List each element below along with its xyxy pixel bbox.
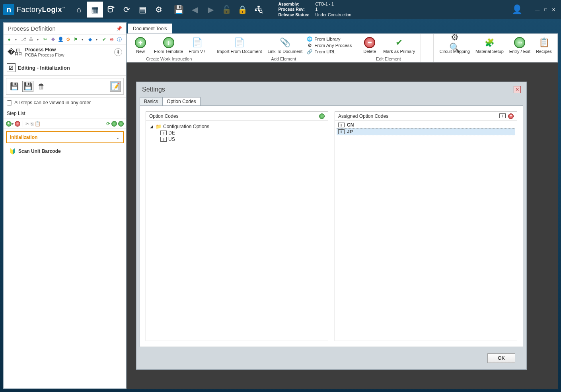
step-item-initialization[interactable]: Initialization ⌄ xyxy=(6,131,124,143)
sync-button[interactable]: ⟳ xyxy=(119,2,135,18)
barcode-item-icon: ||| xyxy=(338,123,345,127)
edit-tools-row: 💾 💾 🗑 📝 xyxy=(6,78,124,95)
window-maximize-button[interactable]: □ xyxy=(544,7,547,12)
copy-icon[interactable]: ❖ xyxy=(50,36,56,43)
settings-gear-button[interactable]: ⚙ xyxy=(151,2,167,18)
download-icon[interactable]: ⬇ xyxy=(114,48,122,56)
paste-step-icon[interactable]: 📋 xyxy=(35,121,41,127)
link-to-doc-button[interactable]: 📎 Link To Document xyxy=(266,36,304,55)
copy-step-icon[interactable]: ⎘ xyxy=(31,121,33,127)
expand-icon[interactable]: ◢ xyxy=(149,124,154,129)
info-icon[interactable]: ⓘ xyxy=(116,36,123,43)
group-caption: Edit Element xyxy=(376,57,401,61)
from-template-button[interactable]: ↓ From Template xyxy=(152,36,185,55)
process-mini-toolbar: ●▾ ⎇ 🖶▾ ✂ ❖ 👤 ⚙ ⚑▾ ◆▾ ✔ ⊖ ⓘ xyxy=(4,35,126,45)
new-button[interactable]: + New xyxy=(131,36,150,55)
panel-title: Process Definition xyxy=(8,25,56,32)
material-setup-button[interactable]: 🧩 Material Setup xyxy=(474,36,505,55)
entry-exit-button[interactable]: → Entry / Exit xyxy=(508,36,532,55)
tab-basics[interactable]: Basics xyxy=(140,97,162,106)
process-flow-row[interactable]: �品 Process Flow PCBA Process Flow ⬇ xyxy=(4,45,126,60)
clipboard-button[interactable]: ▤ xyxy=(135,2,151,18)
view-icon[interactable]: ||| xyxy=(499,113,506,118)
note-tool-icon[interactable]: 📝 xyxy=(110,81,121,92)
step-list-header: Step List xyxy=(4,108,126,119)
any-order-checkbox[interactable] xyxy=(7,100,12,105)
tab-option-codes[interactable]: Option Codes xyxy=(162,97,200,106)
refresh-icon[interactable]: ⟳ xyxy=(106,121,110,127)
from-v7-button[interactable]: 📄 From V7 xyxy=(187,36,207,55)
pin-icon[interactable]: 📌 xyxy=(116,26,122,31)
home-button[interactable]: ⌂ xyxy=(71,2,87,18)
flow-subtitle: PCBA Process Flow xyxy=(25,53,111,57)
search-structure-button[interactable] xyxy=(251,2,267,18)
chevron-down-icon: ⌄ xyxy=(116,135,120,140)
flow-title: Process Flow xyxy=(25,47,111,53)
settings-close-button[interactable]: ✕ xyxy=(514,86,521,93)
window-minimize-button[interactable]: — xyxy=(535,7,540,12)
user-icon[interactable]: 👤 xyxy=(512,4,522,15)
remove-assigned-icon[interactable] xyxy=(508,113,514,119)
assigned-header: Assigned Option Codes xyxy=(338,113,388,119)
from-library-button[interactable]: 🌐From Library xyxy=(306,36,352,42)
up-step-icon[interactable] xyxy=(111,121,117,127)
branch-icon[interactable]: ⎇ xyxy=(20,36,27,43)
flag-icon[interactable]: ⚑ xyxy=(72,36,79,43)
from-any-process-button[interactable]: ⚙From Any Process xyxy=(306,43,352,48)
ok-icon[interactable]: ✔ xyxy=(101,36,107,43)
option-codes-panel: Option Codes → ◢ 📁 Configuration Options xyxy=(146,111,328,341)
assigned-jp[interactable]: ||| JP xyxy=(337,128,515,135)
option-us[interactable]: ||| US xyxy=(149,136,325,142)
step-label: Initialization xyxy=(10,135,37,140)
nav-back-button: ◀ xyxy=(187,2,203,18)
cut-step-icon[interactable]: ✂ xyxy=(25,121,29,127)
unlock-icon: 🔓 xyxy=(219,2,235,18)
editing-bar: ☑ Editing - Initialization xyxy=(4,60,126,76)
logo-icon: n xyxy=(3,4,14,15)
lock-button[interactable]: 🔒 xyxy=(235,2,251,18)
cut-icon[interactable]: ✂ xyxy=(42,36,49,43)
ribbon: + New ↓ From Template 📄 From V7 Create W… xyxy=(127,33,558,62)
barcode-item-icon: ||| xyxy=(338,129,345,134)
process-grid-button[interactable]: ▦ xyxy=(87,2,103,18)
barcode-item-icon: ||| xyxy=(160,137,167,142)
assign-icon[interactable]: → xyxy=(319,113,325,119)
option-codes-header: Option Codes xyxy=(149,113,178,119)
window-close-button[interactable]: ✕ xyxy=(552,7,555,12)
save-button[interactable]: 💾 xyxy=(171,2,187,18)
import-from-doc-button[interactable]: 📄 Import From Document xyxy=(215,36,263,55)
tab-document-tools[interactable]: Document Tools xyxy=(128,23,172,33)
from-url-button[interactable]: 🔗From URL xyxy=(306,49,352,55)
assigned-cn[interactable]: ||| CN xyxy=(337,122,515,128)
down-step-icon[interactable] xyxy=(118,121,124,127)
delete-button[interactable]: − Delete xyxy=(360,36,379,55)
svg-rect-1 xyxy=(257,6,260,8)
step-toolbar: ▾ ✂ ⎘ 📋 ⟳ xyxy=(4,119,126,129)
remove-icon[interactable]: ⊖ xyxy=(109,36,115,43)
group-caption: Create Work Instruction xyxy=(146,57,192,61)
add-icon[interactable]: ● xyxy=(6,36,12,43)
trash-tool-icon[interactable]: 🗑 xyxy=(36,81,47,92)
step-item-scan-barcode[interactable]: 🔰 Scan Unit Barcode xyxy=(6,146,124,157)
print-icon[interactable]: 🖶 xyxy=(28,36,34,43)
ok-button[interactable]: OK xyxy=(487,353,515,363)
gear-small-icon[interactable]: ⚙ xyxy=(65,36,71,43)
add-step-icon[interactable] xyxy=(6,121,12,127)
assembly-info: Assembly: CTO-1 - 1 Process Rev: 1 Relea… xyxy=(279,2,351,18)
save-alt-tool-icon[interactable]: 💾 xyxy=(22,81,33,92)
any-order-row[interactable]: All steps can be viewed in any order xyxy=(4,97,126,108)
flow-icon: �品 xyxy=(8,47,22,57)
save-tool-icon[interactable]: 💾 xyxy=(9,81,20,92)
barcode-item-icon: ||| xyxy=(160,131,167,135)
approve-icon[interactable]: ◆ xyxy=(87,36,93,43)
remove-step-icon[interactable] xyxy=(15,121,20,127)
circuit-mapping-button[interactable]: ⚙🔍 Circuit Mapping xyxy=(438,36,471,55)
svg-point-0 xyxy=(108,6,112,9)
recipes-button[interactable]: 📋 Recipes xyxy=(534,36,553,55)
db-export-button[interactable] xyxy=(103,2,119,18)
option-de[interactable]: ||| DE xyxy=(149,130,325,136)
mark-primary-button[interactable]: ✔ Mark as Primary xyxy=(382,36,417,55)
tree-root[interactable]: ◢ 📁 Configuration Options xyxy=(149,123,325,130)
svg-point-4 xyxy=(259,10,262,12)
user-icon-small[interactable]: 👤 xyxy=(57,36,64,43)
